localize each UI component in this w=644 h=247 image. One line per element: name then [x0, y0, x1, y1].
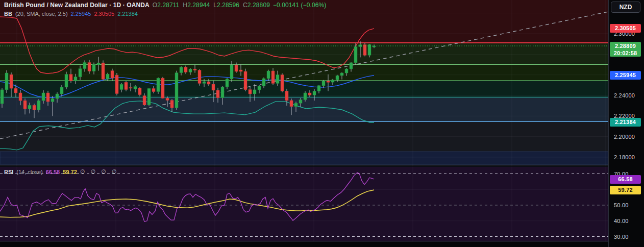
candle	[115, 75, 118, 93]
candle	[336, 76, 339, 80]
price-tick-label: 2.24000	[614, 92, 635, 99]
rsi-indicator-legend[interactable]: RSI (14, close) 66.58 59.72 ∅ ∅ ∅ ∅	[4, 168, 118, 175]
candle	[189, 69, 192, 72]
rsi-params: (14, close)	[16, 169, 42, 175]
candle	[216, 90, 219, 98]
candle	[65, 75, 68, 87]
price-zone	[0, 97, 608, 121]
currency-toggle-button[interactable]: NZD	[611, 2, 640, 13]
candle	[285, 91, 288, 101]
candle	[317, 86, 320, 91]
last-price-badge: 2.28809 20:02:58	[610, 42, 641, 57]
candle	[69, 75, 72, 81]
candle	[294, 103, 298, 107]
candle	[5, 73, 8, 90]
candle	[226, 79, 229, 87]
candle	[249, 90, 252, 94]
last-price: 2.28809	[610, 42, 641, 50]
time-axis[interactable]	[0, 241, 644, 247]
symbol-title: British Pound / New Zealand Dollar · 1D …	[4, 2, 150, 9]
main-price-chart[interactable]	[0, 0, 608, 166]
candle	[106, 74, 109, 79]
rsi-indicator-pane[interactable]	[0, 167, 608, 241]
candle	[88, 63, 91, 71]
candle	[33, 105, 36, 110]
bb-indicator-legend[interactable]: BB (20, SMA, close, 2.5) 2.25945 2.30505…	[4, 11, 138, 17]
candle	[97, 63, 100, 64]
candle	[79, 69, 82, 77]
rsi-tick-label: 30.00	[614, 233, 629, 240]
candle	[125, 82, 128, 89]
candle	[19, 93, 22, 101]
candle	[56, 94, 59, 98]
candle	[368, 44, 371, 55]
price-scale[interactable]: NZD 2.300002.240002.220002.200002.180007…	[608, 0, 644, 247]
candle	[354, 47, 357, 63]
rsi-tick-label: 40.00	[614, 217, 629, 225]
candle	[281, 75, 284, 91]
candle	[244, 71, 247, 90]
price-tick-label: 2.20000	[614, 133, 635, 140]
candle	[327, 81, 330, 83]
candle	[83, 63, 86, 69]
lower-navy-band	[0, 152, 608, 164]
candle	[373, 46, 376, 47]
candle	[42, 93, 45, 101]
candle	[161, 78, 164, 98]
candle	[111, 71, 114, 79]
candle	[276, 75, 279, 84]
candle	[28, 105, 31, 109]
candle	[359, 45, 362, 47]
candle	[239, 70, 242, 71]
candle	[221, 87, 224, 98]
candle	[313, 91, 316, 95]
bb-upper-price-badge: 2.30505	[610, 24, 641, 33]
candle	[322, 81, 325, 86]
rsi-name: RSI	[4, 169, 13, 175]
candle	[308, 93, 311, 95]
candle	[180, 67, 183, 73]
candle	[92, 65, 95, 71]
candle	[271, 71, 275, 83]
price-tick-label: 2.18000	[614, 154, 635, 161]
symbol-legend[interactable]: British Pound / New Zealand Dollar · 1D …	[4, 2, 326, 9]
candle	[102, 63, 105, 79]
candle	[60, 87, 63, 94]
candle	[37, 101, 40, 110]
candle	[120, 84, 123, 89]
bb-basis-price-badge: 2.25945	[610, 71, 641, 80]
candle	[235, 65, 238, 71]
bb-upper-value: 2.30505	[94, 11, 114, 17]
rsi-empty-slots: ∅ ∅ ∅ ∅	[80, 168, 119, 175]
candle	[345, 69, 348, 73]
candle	[74, 77, 77, 81]
bb-lower-value: 2.21384	[117, 11, 138, 17]
candle	[262, 79, 265, 86]
candle	[152, 89, 155, 92]
bb-basis-value: 2.25945	[71, 11, 91, 17]
bb-name: BB	[4, 11, 12, 17]
candle	[203, 82, 206, 83]
candle	[363, 45, 366, 56]
candle	[198, 70, 201, 84]
candle	[170, 101, 174, 108]
candle	[166, 98, 169, 100]
candle	[175, 73, 178, 108]
candle	[138, 88, 141, 95]
price-zone	[0, 65, 608, 81]
bb-lower-price-badge: 2.21384	[610, 118, 641, 127]
candle	[157, 78, 160, 91]
candle	[304, 93, 307, 100]
rsi-value: 66.58	[46, 169, 60, 175]
candle	[267, 71, 270, 79]
candle	[331, 80, 334, 82]
tradingview-chart-window: British Pound / New Zealand Dollar · 1D …	[0, 0, 644, 247]
rsi-value-badge: 66.58	[610, 175, 641, 184]
candle	[184, 67, 187, 72]
rsi-tick-label: 50.00	[614, 202, 629, 209]
candle	[350, 63, 353, 69]
price-change: −0.00141 (−0.06%)	[273, 2, 326, 9]
candle	[23, 101, 27, 109]
candle	[1, 90, 4, 104]
candle	[10, 75, 13, 88]
